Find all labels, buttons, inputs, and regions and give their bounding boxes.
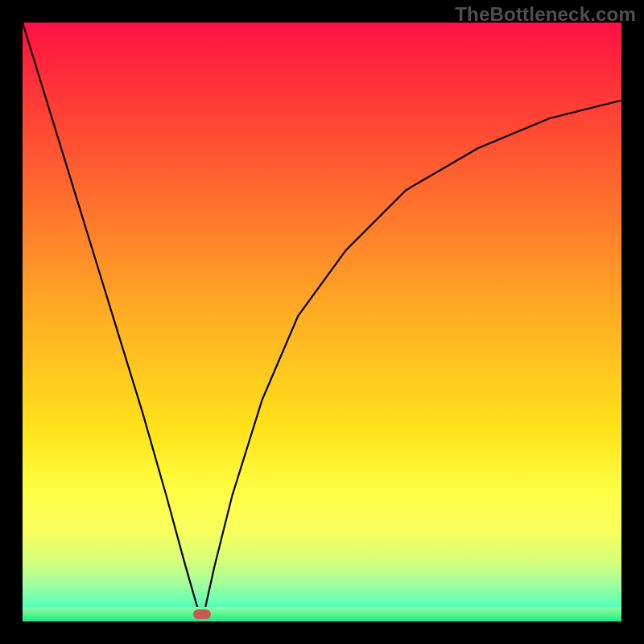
curve-left-branch — [23, 23, 202, 621]
watermark-text: TheBottleneck.com — [455, 3, 636, 26]
optimum-marker — [193, 609, 211, 619]
green-baseline-band — [23, 607, 621, 621]
bottleneck-curve — [23, 23, 621, 621]
curve-right-branch — [202, 101, 621, 621]
plot-area — [23, 23, 621, 621]
chart-frame: TheBottleneck.com — [0, 0, 644, 644]
